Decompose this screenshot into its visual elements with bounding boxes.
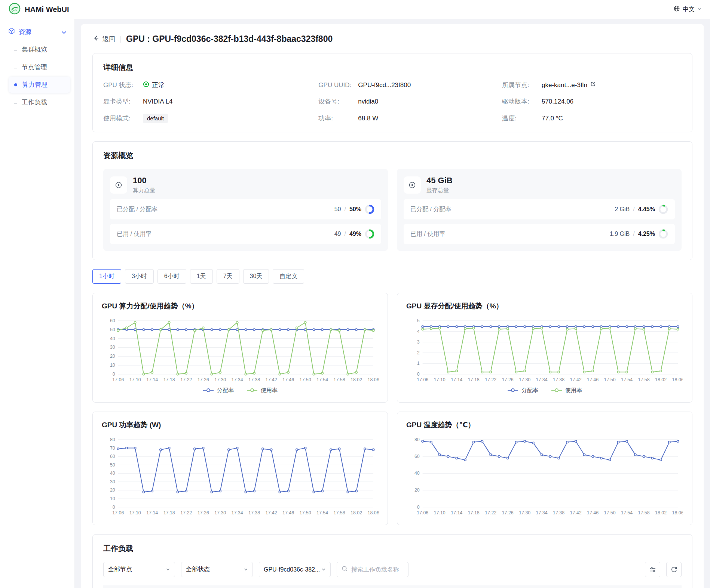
svg-text:17:30: 17:30	[519, 510, 530, 515]
svg-text:17:58: 17:58	[334, 510, 345, 515]
tab-3h[interactable]: 3小时	[125, 269, 154, 284]
chart-title: GPU 显存分配/使用趋势（%）	[406, 301, 683, 311]
field-power: 功率: 68.8 W	[318, 114, 495, 123]
svg-text:70: 70	[110, 445, 115, 450]
row-label: 已分配 / 分配率	[410, 206, 451, 213]
tab-30d[interactable]: 30天	[243, 269, 269, 284]
legend-item[interactable]: 使用率	[247, 387, 278, 394]
field-label: 功率:	[318, 114, 354, 123]
svg-text:1: 1	[417, 361, 420, 366]
power-trend-chart: 0102030405060708017:0617:1017:1417:1817:…	[102, 436, 379, 517]
chart-legend: 分配率使用率	[406, 387, 683, 394]
workload-search-input[interactable]	[351, 566, 404, 573]
svg-text:17:26: 17:26	[502, 510, 514, 515]
svg-text:18:06: 18:06	[672, 510, 683, 515]
field-label: 所属节点:	[502, 81, 538, 89]
svg-text:17:34: 17:34	[536, 510, 548, 515]
allocation-donut	[658, 204, 668, 214]
content-panel: 返回 GPU : GPU-f9cd036c-382f-b13d-443f-8ba…	[81, 24, 704, 588]
back-label: 返回	[102, 35, 115, 43]
temperature-trend-card: GPU 温度趋势（℃） 02040608017:0617:1017:1417:1…	[397, 412, 692, 526]
svg-text:17:54: 17:54	[621, 510, 633, 515]
tab-6h[interactable]: 6小时	[157, 269, 186, 284]
tab-1d[interactable]: 1天	[190, 269, 213, 284]
svg-text:17:42: 17:42	[570, 377, 582, 382]
caret-down-icon	[62, 28, 66, 36]
legend-item[interactable]: 使用率	[551, 387, 582, 394]
field-value: GPU-f9cd...23f800	[358, 81, 411, 89]
svg-text:17:18: 17:18	[468, 510, 480, 515]
field-label: GPU UUID:	[318, 81, 354, 89]
gpu-filter-select[interactable]: GPU-f9cd036c-382...	[259, 562, 331, 577]
svg-text:17:26: 17:26	[198, 377, 209, 382]
sidebar-item-cluster-overview[interactable]: 集群概览	[9, 41, 70, 58]
svg-text:17:10: 17:10	[434, 377, 446, 382]
app-logo[interactable]: HAMi WebUI	[8, 2, 69, 17]
svg-text:17:58: 17:58	[638, 510, 650, 515]
svg-text:17:50: 17:50	[604, 377, 616, 382]
status-filter-select[interactable]: 全部状态	[181, 562, 253, 577]
sidebar-item-compute-management[interactable]: 算力管理	[9, 77, 70, 93]
row-percent: 4.45%	[638, 206, 655, 213]
svg-text:17:06: 17:06	[112, 377, 124, 382]
workload-filters: 全部节点 全部状态 GPU-f9cd036c-382...	[103, 562, 682, 577]
chevron-down-icon	[697, 6, 702, 13]
field-node: 所属节点: gke-kant...e-3fln	[502, 81, 682, 89]
sidebar-section-label: 资源	[19, 28, 58, 36]
gpu-filter-value: GPU-f9cd036c-382...	[264, 566, 320, 573]
row-value: 2 GiB	[615, 206, 630, 213]
language-selector[interactable]: 中文	[673, 5, 702, 13]
tab-1h[interactable]: 1小时	[92, 269, 121, 284]
field-gpu-uuid: GPU UUID: GPU-f9cd...23f800	[318, 81, 495, 89]
svg-text:50: 50	[110, 327, 115, 332]
svg-text:17:22: 17:22	[180, 510, 192, 515]
svg-text:17:34: 17:34	[536, 377, 548, 382]
main-area: 返回 GPU : GPU-f9cd036c-382f-b13d-443f-8ba…	[75, 19, 710, 588]
memory-total-label: 显存总量	[426, 187, 453, 194]
svg-text:17:06: 17:06	[417, 510, 428, 515]
table-settings-button[interactable]	[645, 562, 660, 577]
svg-text:17:38: 17:38	[248, 510, 260, 515]
node-link[interactable]: gke-kant...e-3fln	[542, 81, 587, 89]
node-filter-select[interactable]: 全部节点	[103, 562, 175, 577]
sidebar: 资源 集群概览 节点管理 算力管理 工作负载	[0, 19, 75, 588]
svg-text:17:42: 17:42	[266, 377, 277, 382]
svg-text:17:18: 17:18	[163, 377, 175, 382]
status-filter-value: 全部状态	[186, 566, 210, 573]
sidebar-section-resources[interactable]: 资源	[4, 24, 70, 40]
node-filter-value: 全部节点	[108, 566, 132, 573]
workloads-card-title: 工作负载	[103, 544, 682, 554]
svg-text:17:14: 17:14	[451, 510, 462, 515]
sidebar-item-workloads[interactable]: 工作负载	[9, 94, 70, 110]
svg-text:18:02: 18:02	[655, 510, 667, 515]
svg-text:20: 20	[110, 487, 115, 493]
svg-text:0: 0	[113, 372, 115, 377]
tree-corner-icon	[14, 47, 17, 51]
legend-item[interactable]: 分配率	[203, 387, 234, 394]
slash: /	[633, 206, 634, 213]
legend-item[interactable]: 分配率	[507, 387, 538, 394]
tree-corner-icon	[14, 100, 17, 104]
workloads-table: 工作负载 状态 所属节点 vGPU 算力 显存 创建时间	[103, 585, 682, 588]
field-device-no: 设备号: nvidia0	[318, 97, 495, 106]
svg-text:17:54: 17:54	[316, 510, 328, 515]
svg-text:17:50: 17:50	[300, 510, 311, 515]
sidebar-item-label: 算力管理	[22, 80, 48, 89]
svg-text:17:18: 17:18	[468, 377, 480, 382]
external-link-icon[interactable]	[590, 81, 596, 89]
compute-overview-box: 100 算力总量 已分配 / 分配率 50 / 50%	[103, 169, 388, 251]
back-button[interactable]: 返回	[92, 34, 115, 44]
svg-text:5: 5	[417, 318, 420, 323]
svg-text:17:42: 17:42	[570, 510, 582, 515]
sidebar-item-node-management[interactable]: 节点管理	[9, 59, 70, 75]
svg-text:18:06: 18:06	[368, 377, 379, 382]
svg-text:20: 20	[414, 487, 420, 493]
tab-7d[interactable]: 7天	[217, 269, 239, 284]
svg-text:17:06: 17:06	[417, 377, 428, 382]
svg-text:17:38: 17:38	[553, 510, 564, 515]
refresh-button[interactable]	[666, 562, 682, 577]
tab-custom[interactable]: 自定义	[273, 269, 304, 284]
svg-text:17:38: 17:38	[553, 377, 564, 382]
svg-text:0: 0	[417, 504, 420, 510]
svg-text:50: 50	[110, 462, 115, 467]
